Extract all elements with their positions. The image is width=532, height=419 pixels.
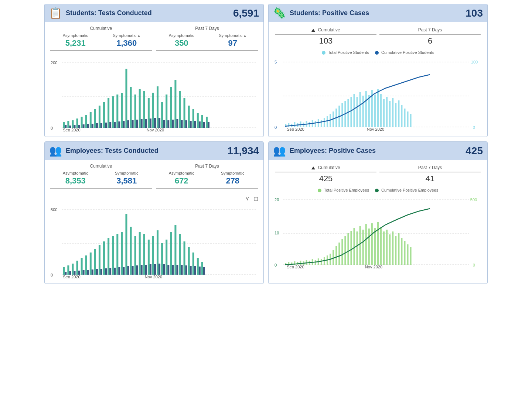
- svg-rect-146: [99, 245, 100, 275]
- students-tests-past7-cols: Asymptomatic 350 Symptomatic ▲ 97: [156, 32, 258, 50]
- svg-rect-138: [81, 258, 83, 275]
- svg-text:0: 0: [274, 125, 277, 130]
- svg-rect-181: [176, 265, 178, 275]
- employees-cum-symptomatic-label: Symptomatic: [103, 171, 151, 175]
- svg-text:Nov 2020: Nov 2020: [145, 275, 162, 278]
- svg-rect-7: [67, 121, 69, 128]
- students-cases-cum-value: 103: [275, 36, 376, 46]
- up-arrow2-icon: [311, 166, 315, 169]
- svg-rect-161: [132, 266, 134, 275]
- svg-text:0: 0: [51, 126, 53, 130]
- svg-rect-158: [125, 214, 127, 275]
- svg-rect-26: [109, 122, 111, 128]
- students-p7-asymptomatic-value: 350: [157, 38, 206, 48]
- symptomatic-arrow-icon: ▲: [137, 34, 140, 37]
- svg-rect-119: [401, 105, 402, 127]
- svg-rect-11: [76, 119, 78, 128]
- svg-rect-22: [100, 123, 102, 128]
- svg-text:0: 0: [473, 125, 475, 130]
- students-p7-symptomatic: Symptomatic ▲ 97: [207, 32, 259, 50]
- employees-p7-asymptomatic: Asymptomatic 672: [156, 170, 207, 188]
- employees-cases-header: 👥 Employees: Positive Cases 425: [269, 142, 487, 160]
- svg-rect-170: [152, 236, 154, 275]
- svg-text:Nov 2020: Nov 2020: [365, 265, 382, 268]
- svg-text:5: 5: [274, 60, 277, 64]
- svg-rect-120: [404, 109, 406, 127]
- employees-cum-asymptomatic-label: Asymptomatic: [51, 171, 100, 175]
- svg-rect-230: [362, 230, 364, 265]
- svg-text:Sep 2020: Sep 2020: [287, 127, 304, 131]
- employees-p7-symptomatic-value: 278: [209, 176, 257, 186]
- svg-rect-83: [294, 122, 295, 127]
- students-cases-chart: 5 0 100 0: [274, 57, 482, 131]
- svg-rect-180: [174, 225, 176, 275]
- students-cases-header: 🦠 Students: Positive Cases 103: [269, 4, 487, 22]
- svg-text:500: 500: [51, 207, 57, 212]
- svg-rect-133: [69, 271, 71, 275]
- svg-text:200: 200: [51, 61, 57, 65]
- svg-rect-62: [190, 121, 192, 128]
- svg-rect-240: [392, 231, 393, 265]
- svg-rect-18: [92, 124, 93, 128]
- svg-text:0: 0: [473, 263, 475, 267]
- students-cum-symptomatic: Symptomatic ▲ 1,360: [101, 32, 153, 50]
- students-tests-total: 6,591: [233, 7, 259, 19]
- svg-rect-147: [100, 269, 102, 275]
- svg-rect-23: [103, 102, 105, 128]
- employees-tests-p7-cols: Asymptomatic 672 Symptomatic 278: [156, 170, 258, 188]
- export-icon[interactable]: ⊡: [253, 195, 258, 202]
- svg-rect-144: [94, 249, 96, 275]
- svg-rect-37: [134, 95, 136, 128]
- svg-rect-154: [116, 234, 118, 275]
- employees-p7-symptomatic: Symptomatic 278: [207, 170, 259, 188]
- svg-rect-234: [374, 228, 376, 265]
- svg-text:Sep 2020: Sep 2020: [287, 265, 304, 268]
- employees-cum-asymptomatic: Asymptomatic 8,353: [50, 170, 101, 188]
- svg-rect-24: [105, 123, 107, 128]
- svg-rect-162: [134, 236, 136, 275]
- svg-rect-183: [181, 265, 183, 275]
- employees-cases-chart: 20 10 0 500 0: [274, 195, 482, 268]
- dashboard: 📋 Students: Tests Conducted 6,591 Cumula…: [44, 4, 488, 284]
- svg-rect-112: [380, 94, 382, 127]
- svg-rect-68: [203, 122, 205, 128]
- svg-rect-104: [357, 97, 358, 127]
- svg-rect-173: [158, 264, 160, 275]
- employees-cases-cum-label: Cumulative: [275, 165, 376, 172]
- svg-rect-166: [143, 234, 145, 275]
- employees-tests-cum-label: Cumulative: [50, 164, 152, 169]
- svg-rect-43: [148, 98, 150, 128]
- filter-export-icons: ⛛ ⊡: [50, 195, 258, 202]
- svg-rect-191: [199, 267, 201, 275]
- svg-rect-136: [76, 261, 78, 275]
- svg-rect-169: [150, 264, 151, 275]
- svg-rect-32: [123, 121, 125, 128]
- students-cases-stats: Cumulative 103 Past 7 Days 6: [274, 26, 482, 47]
- filter-icon[interactable]: ⛛: [245, 195, 250, 202]
- svg-rect-157: [123, 267, 125, 275]
- svg-rect-244: [404, 241, 406, 265]
- svg-rect-132: [67, 265, 69, 275]
- employees-tests-card: 👥 Employees: Tests Conducted 11,934 Cumu…: [44, 141, 264, 284]
- svg-rect-239: [389, 234, 391, 265]
- svg-rect-12: [78, 125, 80, 128]
- svg-rect-168: [148, 240, 150, 275]
- svg-rect-172: [157, 230, 158, 275]
- employees-cases-title: Employees: Positive Cases: [290, 147, 466, 155]
- svg-rect-185: [185, 265, 187, 275]
- svg-rect-246: [410, 247, 412, 265]
- students-p7-asymptomatic-label: Asymptomatic: [157, 33, 206, 38]
- svg-rect-225: [347, 233, 349, 265]
- employees-tests-title: Employees: Tests Conducted: [66, 147, 227, 155]
- employees-tests-past7-section: Past 7 Days Asymptomatic 672 Symptomatic…: [156, 164, 258, 189]
- svg-rect-223: [341, 239, 343, 265]
- svg-rect-226: [350, 231, 352, 265]
- svg-rect-209: [300, 261, 301, 265]
- students-cum-symptomatic-value: 1,360: [103, 38, 151, 48]
- svg-rect-153: [114, 268, 116, 275]
- svg-rect-176: [166, 240, 167, 275]
- svg-rect-41: [143, 91, 145, 128]
- svg-rect-55: [174, 80, 176, 128]
- svg-rect-107: [365, 91, 367, 127]
- svg-rect-193: [203, 267, 205, 275]
